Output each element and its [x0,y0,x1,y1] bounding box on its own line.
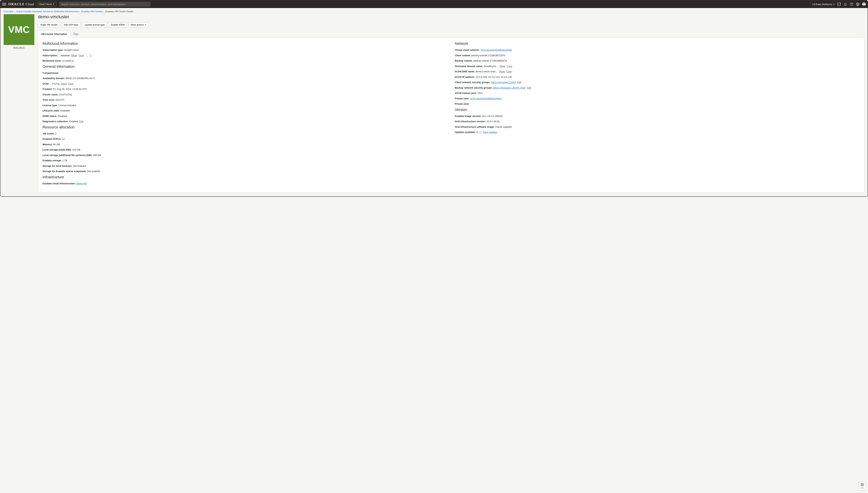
field-exadata-cloud-infra: Exadata cloud infrastructure: demo-infa [43,182,448,186]
crumb-current: Exadata VM Cluster Details [105,10,133,13]
show-link[interactable]: Show [499,65,505,68]
section-infrastructure-heading: Infrastructure [43,175,448,179]
field-diagnostics: Diagnostics collection: Enabled Edit [43,120,448,123]
field-grid-infra-version: Grid infrastructure version: 23.4.0.24.0… [455,120,860,123]
copy-link[interactable]: Copy [506,70,512,73]
field-multicloud-zone: Multicloud Zone: us-east4-a [43,59,448,63]
field-hostname-domain: Hostname domain name: dxnwfksyhx... Show… [455,64,860,68]
field-exadata-image-version: Exadata image version: 23.1.13.0.0.24051… [455,114,860,118]
vcn-link[interactable]: VCN-service20240816104441 [480,48,512,51]
field-scan-listener-port: SCAN listener port: 1521 [455,91,860,95]
info-icon[interactable] [89,54,92,57]
crumb-overview[interactable]: Overview [4,10,13,13]
scale-button[interactable]: Scale VM cluster [38,22,60,27]
warning-icon [86,54,88,57]
svg-point-6 [864,3,865,4]
field-backup-nsg: Backup network security groups: demo-vmc… [455,86,860,90]
enable-iorm-button[interactable]: Enable IORM [108,22,127,27]
field-vm-count: VM Count: 2 [43,132,448,135]
tab-vm-cluster-info[interactable]: VM Cluster Information [38,31,70,38]
brand-logo[interactable]: ORACLE Cloud [8,2,34,6]
field-local-storage: Local storage (/u02) (GB): 120 GB [43,148,448,152]
field-exadata-storage: Exadata storage: 2 TB [43,159,448,163]
field-subscription: Subscription: ...aaaaaaa Show Copy [43,54,448,57]
tab-panel: Multicloud information Subscription type… [38,37,864,193]
field-client-nsg: Client network security groups: demo-vmc… [455,81,860,84]
field-scan-ip: SCAN IP address: 10.3.0.209, 10.3.0.113,… [455,75,860,79]
cloud-classic-button[interactable]: Cloud Classic [37,2,57,6]
add-ssh-button[interactable]: Add SSH keys [61,22,81,27]
dev-tools-icon[interactable] [837,2,841,6]
copy-link[interactable]: Copy [79,54,84,57]
field-license-type: License type: License included [43,104,448,107]
edit-link[interactable]: Edit [527,86,531,89]
chevron-down-icon [833,4,835,5]
field-backup-subnet: Backup subnet: backup-subnet-17238190928… [455,59,860,63]
field-time-zone: Time zone: Etc/UTC [43,98,448,102]
crumb-clusters[interactable]: Exadata VM Clusters [81,10,103,13]
help-icon[interactable] [850,2,853,6]
copy-link[interactable]: Copy [68,82,73,85]
demo-infa-link[interactable]: demo-infa [76,182,87,185]
search-input[interactable] [59,2,151,7]
field-availability-domain: Availability domain: BWQr:US-ASHBURN-AD-… [43,77,448,80]
bell-icon[interactable] [844,2,847,6]
user-avatar-icon[interactable] [862,2,866,6]
field-created: Created: Fri, Aug 16, 2024, 14:39:42 UTC [43,87,448,91]
section-general-heading: General information [43,64,448,69]
resource-tile: VMC [4,14,34,45]
field-memory: Memory: 60 GB [43,143,448,146]
field-storage-local-backups: Storage for local backups: Not enabled [43,164,448,168]
field-enabled-ocpus: Enabled OCPUs: 12 [43,137,448,141]
section-multicloud-heading: Multicloud information [43,41,448,46]
show-link[interactable]: Show [71,54,77,57]
show-link[interactable]: Show [61,82,67,85]
section-version-heading: Version [455,108,860,112]
field-lifecycle-state: Lifecycle state: Available [43,109,448,112]
hamburger-menu[interactable] [2,2,6,6]
globe-icon[interactable] [856,2,860,6]
resource-status: AVAILABLE [4,47,34,49]
page-title: demo-vmcluster [38,14,864,19]
field-subscription-type: Subscription type: Google Cloud [43,48,448,52]
field-ocid: OCID: ...7xx7xq Show Copy [43,82,448,86]
field-vcn: Virtual cloud network: VCN-service202408… [455,48,860,52]
field-private-zone: Private zone: [455,102,860,106]
edit-link[interactable]: Edit [79,120,83,123]
tab-strip: VM Cluster Information Tags [38,31,864,38]
section-resource-heading: Resource allocation [43,125,448,129]
section-network-heading: Network [455,41,860,46]
private-view-link[interactable]: VCN-service20240816104441 [470,97,502,100]
view-updates-link[interactable]: View updates [483,131,497,133]
field-compartment: Compartment: [43,71,448,75]
field-updates-available: Updates available: 6 View updates [455,130,860,134]
update-license-button[interactable]: Update license type [82,22,107,27]
info-icon[interactable] [479,131,482,134]
field-grid-infra-software-image: Grid Infrastructure software image: Orac… [455,125,860,129]
field-private-view: Private view: VCN-service20240816104441 [455,97,860,101]
topbar: ORACLE Cloud Cloud Classic US East (Ashb… [0,0,868,8]
edit-link[interactable]: Edit [517,81,521,84]
breadcrumb: Overview» Oracle Exadata Database Servic… [0,8,868,14]
field-iorm-status: IORM status: Disabled [43,114,448,118]
crumb-service[interactable]: Oracle Exadata Database Service on Dedic… [16,10,79,13]
action-bar: Scale VM cluster Add SSH keys Update lic… [38,22,864,27]
field-client-subnet: Client subnet: primary-subnet-1723819071… [455,54,860,57]
client-nsg-link[interactable]: demo-vmcluster2_NSG [491,81,516,84]
more-actions-button[interactable]: More actions [128,22,149,27]
tab-tags[interactable]: Tags [70,31,81,38]
caret-down-icon [145,24,146,25]
resource-icon-panel: VMC AVAILABLE [4,14,34,49]
field-storage-sparse-snapshots: Storage for Exadata sparse snapshots: No… [43,170,448,173]
backup-nsg-link[interactable]: demo-vmcluster2_BCKP_NSG [493,86,526,89]
region-selector[interactable]: US East (Ashburn) [812,3,835,6]
copy-link[interactable]: Copy [507,65,512,68]
show-link[interactable]: Show [499,70,505,73]
field-scan-dns: SCAN DNS name: demo2-sesuv-scan... Show … [455,70,860,73]
chevron-right-icon [53,3,55,5]
field-cluster-name: Cluster name: cl-bo7xx7xq [43,93,448,97]
field-local-storage-additional: Local storage (additional file systems) … [43,153,448,157]
